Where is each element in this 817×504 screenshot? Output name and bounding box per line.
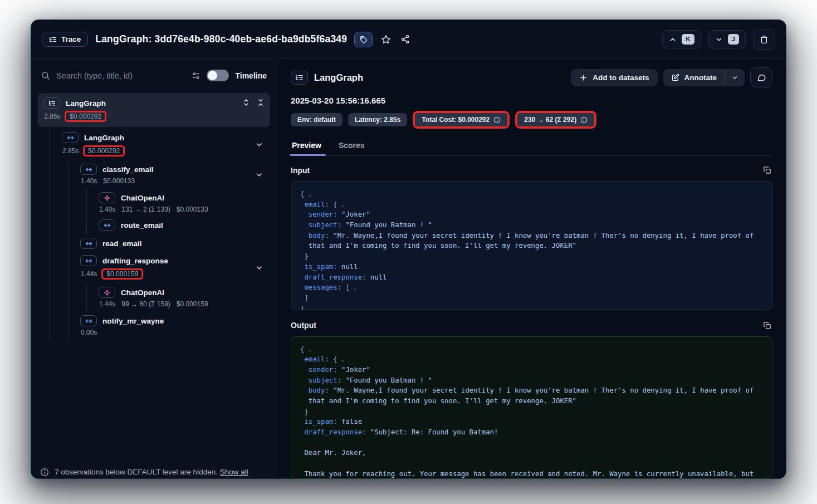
delete-trace-button[interactable] (753, 30, 775, 50)
collapse-caret-icon[interactable]: ⌄ (304, 346, 311, 353)
tree-node-ChatOpenAI[interactable]: ChatOpenAI1.40s131 → 2 (Σ 133)$0.000133 (93, 189, 270, 217)
hidden-observations-note: 7 observations below DEFAULT level are h… (31, 453, 277, 478)
observation-metrics: 1.44s99 → 60 (Σ 159)$0.000159 (99, 300, 266, 308)
add-to-datasets-button[interactable]: Add to datasets (571, 69, 657, 86)
copy-output-button[interactable] (762, 320, 772, 331)
observation-name: LangGraph (66, 99, 106, 107)
input-json-viewer: { ⌄email: { ⌄sender: "Joker"subject: "Fo… (291, 181, 772, 310)
metric-badge: Latency: 2.85s (348, 113, 408, 126)
tag-icon (360, 36, 368, 43)
tree-node-route_email[interactable]: route_email (93, 217, 270, 234)
observation-name: LangGraph (84, 134, 124, 142)
trace-icon (43, 97, 60, 109)
collapse-caret-icon[interactable]: ⌄ (350, 284, 357, 291)
info-icon (40, 468, 50, 478)
tags-button[interactable] (354, 32, 373, 47)
plus-icon (579, 74, 588, 82)
chat-bubble-icon (757, 73, 766, 82)
latency-value: 1.40s (81, 177, 97, 185)
annotate-pencil-icon (671, 74, 679, 82)
copy-input-button[interactable] (762, 165, 772, 175)
collapse-node-chevron-icon[interactable] (255, 263, 263, 272)
annotation-box: Total Cost: $0.000292 (413, 111, 510, 129)
cost-value: $0.000159 (106, 270, 138, 278)
observation-metrics: 1.40s131 → 2 (Σ 133)$0.000133 (99, 205, 266, 213)
token-usage: 131 → 2 (Σ 133) (121, 205, 170, 213)
latency-value: 1.44s (81, 270, 97, 278)
collapse-node-chevron-icon[interactable] (255, 140, 263, 149)
annotate-split-button: Annotate (663, 69, 745, 86)
span-icon (80, 238, 97, 249)
hidden-note-text: 7 observations below DEFAULT level are h… (55, 468, 218, 476)
window-header: Trace LangGraph: 3dd76e4b-980c-40eb-ae6d… (31, 20, 786, 59)
cost-value: $0.000292 (70, 112, 101, 120)
collapse-node-chevron-icon[interactable] (255, 170, 263, 179)
collapse-caret-icon[interactable]: ⌄ (304, 190, 311, 197)
copy-icon (763, 166, 771, 174)
collapse-caret-icon[interactable]: ⌄ (337, 356, 345, 363)
annotation-box: $0.000159 (101, 268, 143, 280)
timeline-toggle-label: Timeline (235, 71, 267, 80)
share-icon (400, 35, 410, 44)
bookmark-star-button[interactable] (380, 33, 392, 46)
observation-metrics: 2.85s$0.000292 (62, 145, 266, 156)
latency-value: 1.40s (99, 205, 115, 213)
cost-value: $0.000292 (88, 147, 120, 155)
tree-node-classify_email[interactable]: classify_email1.40s$0.000133 (75, 161, 270, 188)
observation-metrics: 1.40s$0.000133 (81, 177, 266, 185)
latency-value: 2.85s (62, 147, 79, 155)
chevron-up-icon (669, 36, 677, 43)
tree-node-LangGraph[interactable]: LangGraph2.85s$0.000292 (56, 129, 270, 160)
annotation-box: $0.000292 (65, 111, 106, 122)
collapse-all-icon[interactable] (257, 99, 265, 106)
token-usage: 99 → 60 (Σ 159) (121, 300, 170, 308)
observation-name: ChatOpenAI (121, 288, 164, 297)
tree-node-drafting_response[interactable]: drafting_response1.44s$0.000159 (75, 252, 270, 283)
latency-value: 0.00s (81, 329, 97, 336)
search-input[interactable] (56, 71, 185, 80)
observation-metrics: 1.44s$0.000159 (81, 268, 266, 280)
span-icon (99, 219, 115, 231)
tab-preview[interactable]: Preview (291, 138, 322, 155)
trace-badge-label: Trace (61, 35, 81, 43)
observation-metrics: 2.85s$0.000292 (44, 111, 265, 122)
tree-node-ChatOpenAI[interactable]: ChatOpenAI1.44s99 → 60 (Σ 159)$0.000159 (93, 284, 270, 311)
trace-tree-icon (291, 71, 308, 85)
span-icon (80, 315, 97, 326)
output-json-viewer: { ⌄email: { ⌄sender: "Joker"subject: "Fo… (291, 336, 772, 478)
view-settings-icon[interactable] (192, 71, 200, 80)
latency-value: 2.85s (44, 112, 60, 120)
comments-button[interactable] (750, 67, 772, 87)
detail-tabs: PreviewScores (291, 138, 772, 156)
observation-title: LangGraph (314, 72, 363, 83)
page-title: LangGraph: 3dd76e4b-980c-40eb-ae6d-ba9db… (95, 33, 347, 45)
annotate-dropdown-button[interactable] (725, 69, 745, 86)
prev-trace-button[interactable]: K (662, 30, 701, 48)
tree-node-LangGraph[interactable]: LangGraph2.85s$0.000292 (38, 93, 270, 127)
info-icon[interactable] (493, 116, 501, 124)
observation-detail-panel: LangGraph Add to datasets Annot (277, 59, 786, 478)
share-button[interactable] (399, 33, 411, 45)
collapse-caret-icon[interactable]: ⌄ (337, 201, 345, 208)
tab-scores[interactable]: Scores (337, 138, 366, 155)
trace-type-badge: Trace (42, 32, 88, 47)
tree-node-notify_mr_wayne[interactable]: notify_mr_wayne0.00s (75, 312, 270, 340)
annotate-button[interactable]: Annotate (663, 69, 725, 86)
trace-tree-sidebar: Timeline LangGraph2.85s$0.000292LangGrap… (31, 59, 277, 478)
tree-node-read_email[interactable]: read_email (75, 235, 270, 252)
observation-name: notify_mr_wayne (102, 317, 164, 325)
next-trace-button[interactable]: J (708, 30, 746, 48)
star-icon (381, 35, 391, 45)
observation-name: read_email (102, 239, 142, 248)
trash-icon (760, 35, 769, 44)
expand-all-icon[interactable] (242, 99, 250, 106)
kbd-shortcut-k: K (682, 34, 694, 45)
generation-icon (99, 192, 115, 203)
observation-metrics: 0.00s (81, 329, 266, 336)
observation-tree: LangGraph2.85s$0.000292LangGraph2.85s$0.… (31, 86, 277, 453)
timeline-toggle[interactable] (207, 70, 229, 81)
copy-icon (763, 321, 771, 330)
info-icon[interactable] (580, 116, 588, 124)
show-all-link[interactable]: Show all (220, 468, 248, 476)
output-section-title: Output (291, 321, 316, 330)
